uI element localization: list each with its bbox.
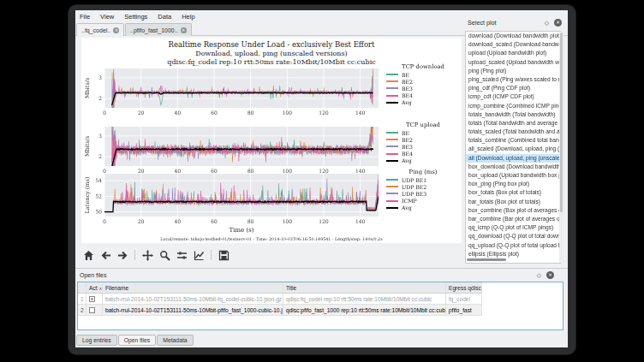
window-content: File View Settings Data Help ..fq_codel.… bbox=[75, 10, 568, 347]
plot-subtitle: Download, upload, ping (unscaled version… bbox=[81, 50, 462, 57]
legend-line-swatch bbox=[386, 74, 398, 75]
legend-label: BE3 bbox=[402, 144, 413, 150]
pan-icon[interactable] bbox=[140, 248, 154, 262]
tab-metadata[interactable]: Metadata bbox=[157, 335, 193, 346]
plot-list-item[interactable]: qq_icmp (Q-Q plot of ICMP pings) bbox=[466, 223, 560, 232]
active-checkbox[interactable] bbox=[89, 307, 95, 313]
legend-entry: BE2 bbox=[386, 78, 460, 85]
table-row[interactable]: 2batch-rrul-2014-10-02T153111-50ms-10Mbi… bbox=[78, 305, 482, 316]
forward-arrow-icon[interactable] bbox=[116, 248, 129, 262]
active-checkbox-cell[interactable] bbox=[86, 294, 103, 304]
legend-line-swatch bbox=[386, 160, 398, 162]
close-panel-icon[interactable]: ✕ bbox=[554, 19, 562, 27]
legend-entry: ICMP bbox=[386, 198, 460, 205]
legend-line-swatch bbox=[386, 153, 398, 155]
float-panel-icon[interactable]: ◇ bbox=[535, 271, 543, 279]
plot-list-item[interactable]: icmp_cdf (ICMP CDF plot) bbox=[466, 92, 560, 101]
float-panel-icon[interactable]: ◇ bbox=[543, 19, 551, 27]
plot-list-item[interactable]: ellipsis (Ellipsis plot) bbox=[466, 250, 560, 258]
menu-data[interactable]: Data bbox=[158, 13, 171, 21]
table-cell: qdisc:fq_codel rep:10 rtt:50ms rate:10Mb… bbox=[283, 294, 446, 304]
close-panel-icon[interactable]: ✕ bbox=[546, 271, 554, 279]
plot-list-item[interactable]: box_totals (Box plot of totals) bbox=[466, 188, 560, 197]
column-header[interactable]: Filename bbox=[103, 282, 283, 293]
back-arrow-icon[interactable] bbox=[98, 248, 112, 262]
plot-list-item[interactable]: totals_combine (Combined total bandw bbox=[466, 136, 560, 145]
column-header[interactable]: Act∧ bbox=[86, 282, 103, 293]
plot-list-item[interactable]: upload (Upload bandwidth plot) bbox=[466, 49, 560, 57]
edit-axes-icon[interactable] bbox=[192, 248, 206, 262]
configure-subplots-icon[interactable] bbox=[175, 248, 188, 262]
plot-list-item[interactable]: download_scaled (Download bandwidt bbox=[466, 40, 560, 49]
zoom-icon[interactable] bbox=[158, 248, 171, 262]
column-header[interactable]: Title bbox=[283, 282, 446, 293]
menu-view[interactable]: View bbox=[100, 13, 114, 21]
plot-list-item[interactable]: bar_totals (Box plot of totals) bbox=[466, 198, 560, 206]
plot-list-item[interactable]: ping_cdf (Ping CDF plot) bbox=[466, 84, 560, 92]
plot-list-item[interactable]: all (Download, upload, ping (unscaled ve bbox=[466, 154, 560, 163]
scrollbar-thumb[interactable] bbox=[560, 33, 563, 212]
legend-label: UDP BE2 bbox=[402, 184, 426, 190]
toolbar-separator bbox=[211, 250, 212, 260]
plot-list-item[interactable]: ping (Ping plot) bbox=[466, 67, 560, 75]
plot-list-item[interactable]: box_combine (Box plot of averages of se bbox=[466, 206, 560, 215]
menu-file[interactable]: File bbox=[80, 13, 90, 21]
plot-list-item[interactable]: totals (Total bandwidth and average pin bbox=[466, 119, 560, 128]
active-checkbox-cell[interactable] bbox=[86, 305, 103, 315]
legend-label: BE4 bbox=[402, 151, 413, 157]
table-cell: qdisc:pfifo_fast_1000 rep:10 rtt:50ms ra… bbox=[283, 305, 446, 315]
table-row[interactable]: 1batch-rrul-2014-10-02T153111-50ms-10Mbi… bbox=[78, 294, 482, 305]
select-plot-header: Select plot ◇ ✕ bbox=[465, 17, 564, 29]
legend-line-swatch bbox=[386, 80, 398, 82]
plot-type-list[interactable]: download (Download bandwidth plot)downlo… bbox=[465, 31, 561, 264]
save-icon[interactable] bbox=[217, 248, 230, 262]
plot-list-item[interactable]: upload_scaled (Upload bandwidth w/ax bbox=[466, 58, 560, 67]
home-icon[interactable] bbox=[81, 248, 95, 262]
tab-pfifo-fast[interactable]: ..pfifo_fast_1000.. ✕ bbox=[125, 23, 192, 36]
tab-label: ..fq_codel.. bbox=[81, 27, 110, 33]
vertical-scrollbar[interactable] bbox=[559, 32, 564, 263]
plot-list-item[interactable]: ping_scaled (Ping w/axes scaled to remo bbox=[466, 75, 560, 84]
column-header[interactable] bbox=[78, 282, 86, 293]
legend-entry: BE4 bbox=[386, 92, 460, 99]
legend-line-swatch bbox=[386, 87, 398, 89]
menu-settings[interactable]: Settings bbox=[124, 13, 147, 21]
legend-line-swatch bbox=[386, 193, 398, 194]
plot-list-item[interactable]: all_scaled (Download, upload, ping (scal bbox=[466, 145, 560, 153]
active-checkbox[interactable] bbox=[89, 296, 95, 302]
sort-ascending-icon: ∧ bbox=[99, 286, 103, 291]
plot-list-item[interactable]: icmp_combine (Combined ICMP ping pl bbox=[466, 102, 560, 110]
close-icon[interactable]: ✕ bbox=[181, 27, 187, 33]
plot-list-item[interactable]: box_ping (Ping box plot) bbox=[466, 180, 560, 188]
tab-open-files[interactable]: Open files bbox=[118, 335, 157, 346]
column-header[interactable]: Egress qdisc bbox=[446, 282, 482, 293]
plot-list-item[interactable]: box_download (Download bandwidth b bbox=[466, 163, 560, 171]
legend-label: Avg bbox=[402, 99, 412, 105]
tab-fq-codel[interactable]: ..fq_codel.. ✕ bbox=[76, 23, 124, 36]
legend-line-swatch bbox=[386, 145, 398, 147]
plot-list-item[interactable]: totals_scaled (Total bandwidth and aver bbox=[466, 128, 560, 136]
plot-list-item[interactable]: box_upload (Upload bandwidth box plo bbox=[466, 171, 560, 180]
plot-list-item[interactable]: download (Download bandwidth plot) bbox=[466, 32, 560, 40]
horizontal-scrollbar[interactable] bbox=[467, 258, 506, 261]
table-cell: batch-rrul-2014-10-02T153111-50ms-10Mbit… bbox=[103, 294, 283, 304]
menu-help[interactable]: Help bbox=[182, 13, 194, 21]
select-plot-title: Select plot bbox=[468, 19, 497, 27]
plot-list-item[interactable]: bar_combine (Bar plot of averages of se bbox=[466, 215, 560, 223]
close-icon[interactable]: ✕ bbox=[113, 27, 119, 33]
legend-entry: BE3 bbox=[386, 143, 460, 150]
legend-label: Avg bbox=[402, 157, 412, 163]
table-cell: fq_codel bbox=[446, 294, 482, 304]
table-cell: pfifo_fast bbox=[446, 305, 482, 315]
legend-title: Ping (ms) bbox=[386, 169, 460, 175]
legend-label: BE4 bbox=[402, 92, 413, 98]
plot-list-item[interactable]: qq_upload (Q-Q plot of total upload ban bbox=[466, 241, 560, 250]
legend-upload: TCP uploadBEBE2BE3BE4Avg bbox=[386, 122, 460, 164]
legend-line-swatch bbox=[386, 186, 398, 187]
plot-list-item[interactable]: totals_bandwidth (Total bandwidth) bbox=[466, 110, 560, 119]
legend-label: Avg bbox=[402, 205, 412, 211]
plot-list-item[interactable]: qq_download (Q-Q plot of total downloa bbox=[466, 232, 560, 240]
legend-label: BE2 bbox=[402, 137, 413, 143]
tab-log-entries[interactable]: Log entries bbox=[76, 335, 117, 346]
matplotlib-toolbar bbox=[81, 247, 230, 263]
